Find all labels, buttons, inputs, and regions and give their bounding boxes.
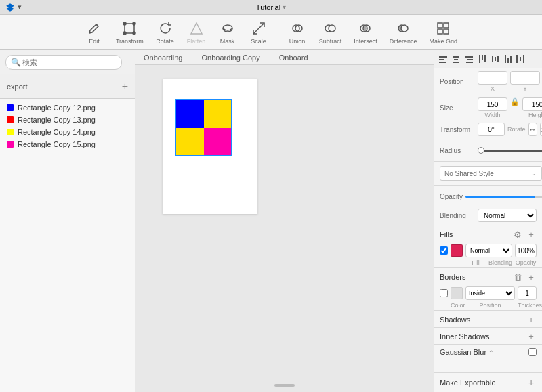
radius-label: Radius [440, 147, 475, 154]
union-label: Union [289, 38, 306, 45]
svg-line-7 [253, 23, 264, 34]
border-enabled-checkbox[interactable] [440, 289, 448, 297]
align-right-button[interactable] [463, 53, 475, 65]
position-y-input[interactable] [510, 71, 540, 85]
borders-trash-button[interactable]: 🗑 [512, 271, 523, 282]
rotate-input[interactable] [478, 123, 505, 136]
gaussian-blur-checkbox[interactable] [528, 348, 537, 356]
blending-sub-label: Blending [488, 259, 512, 266]
toolbar-mask[interactable]: Mask [213, 18, 243, 47]
file-name: Rectangle Copy 12.png [18, 104, 96, 112]
fills-add-button[interactable]: + [526, 229, 537, 240]
position-x-input[interactable] [478, 71, 507, 85]
toolbar-make-grid[interactable]: Make Grid [424, 18, 463, 47]
artboard[interactable] [163, 79, 257, 214]
flip-vertical-button[interactable]: ↕ [540, 123, 542, 136]
file-color-indicator [7, 129, 14, 135]
border-position-label: Position [465, 302, 515, 309]
make-exportable-button[interactable]: + [526, 377, 537, 388]
border-position-select[interactable]: Inside Outside Center [465, 286, 515, 300]
blending-select[interactable]: Normal Multiply Screen Overlay [478, 209, 537, 222]
opacity-slider[interactable] [465, 196, 542, 198]
four-squares-group[interactable] [175, 99, 232, 156]
align-left-button[interactable] [437, 53, 449, 65]
toolbar-rotate[interactable]: Rotate [150, 18, 180, 47]
inner-shadows-section-header: Inner Shadows + [434, 327, 542, 344]
transform-row: Transform Rotate ↔ ↕ Flip [434, 121, 542, 137]
mask-icon [220, 20, 236, 37]
fills-settings-button[interactable]: ⚙ [512, 229, 523, 240]
height-label: Height [528, 112, 542, 118]
border-thickness-label: Thickness [518, 302, 537, 309]
toolbar-edit[interactable]: Edit [79, 18, 109, 47]
shadows-add-button[interactable]: + [526, 314, 537, 325]
search-input[interactable] [5, 55, 122, 70]
rotate-icon [157, 20, 173, 37]
dropbox-button[interactable]: ▾ [5, 3, 22, 12]
subtract-icon [322, 20, 338, 37]
width-input[interactable] [478, 97, 507, 111]
list-item[interactable]: Rectangle Copy 12.png [0, 102, 135, 114]
file-list: Rectangle Copy 12.png Rectangle Copy 13.… [0, 99, 135, 153]
svg-rect-33 [495, 57, 496, 61]
opacity-label: Opacity [440, 193, 463, 200]
flatten-icon [188, 20, 205, 37]
toolbar-flatten[interactable]: Flatten [182, 18, 211, 47]
canvas-tab-onboarding-copy[interactable]: Onboarding Copy [199, 52, 263, 63]
list-item[interactable]: Rectangle Copy 14.png [0, 126, 135, 138]
svg-point-3 [123, 32, 126, 35]
gaussian-blur-label: Gaussian Blur [440, 348, 486, 356]
fill-blending-select[interactable]: Normal [465, 244, 512, 257]
svg-rect-31 [484, 55, 486, 62]
file-color-indicator [7, 116, 14, 123]
toolbar-subtract[interactable]: Subtract [314, 18, 348, 47]
align-center-v-button[interactable] [488, 53, 501, 65]
square-yellow-top [204, 100, 232, 128]
svg-rect-22 [439, 62, 446, 63]
svg-rect-20 [439, 56, 447, 58]
toolbar-union[interactable]: Union [283, 18, 312, 47]
file-color-indicator [7, 141, 14, 148]
distribute-h-button[interactable] [514, 53, 526, 65]
titlebar-title: Tutorial [256, 3, 280, 12]
border-color-swatch[interactable] [451, 287, 463, 299]
union-icon [289, 20, 306, 37]
fill-enabled-checkbox[interactable] [440, 246, 448, 255]
make-exportable-section: Make Exportable + [434, 372, 542, 392]
svg-rect-24 [454, 59, 458, 60]
inner-shadows-add-button[interactable]: + [526, 331, 537, 342]
svg-rect-26 [465, 56, 473, 58]
canvas-tab-onboarding[interactable]: Onboarding [141, 52, 186, 63]
flip-horizontal-button[interactable]: ↔ [528, 123, 537, 136]
list-item[interactable]: Rectangle Copy 13.png [0, 114, 135, 126]
align-center-h-button[interactable] [450, 53, 462, 65]
svg-rect-18 [438, 29, 442, 34]
fill-opacity-input[interactable] [515, 244, 537, 257]
shared-style-row: No Shared Style ⌄ [434, 163, 542, 183]
svg-rect-34 [497, 56, 499, 62]
list-item[interactable]: Rectangle Copy 15.png [0, 138, 135, 150]
svg-rect-16 [438, 23, 442, 28]
svg-rect-36 [507, 58, 509, 63]
radius-slider[interactable] [478, 150, 542, 152]
align-top-button[interactable] [476, 53, 488, 65]
transform-label: Transform [116, 38, 144, 45]
toolbar-scale[interactable]: Scale [244, 18, 274, 47]
toolbar-difference[interactable]: Difference [384, 18, 423, 47]
toolbar-divider [278, 22, 278, 43]
border-thickness-input[interactable] [518, 286, 537, 300]
canvas-content[interactable] [136, 65, 434, 392]
add-export-button[interactable]: + [122, 81, 128, 92]
toolbar-transform[interactable]: Transform [110, 18, 149, 47]
height-input[interactable] [522, 97, 542, 111]
canvas-tab-onboard[interactable]: Onboard [276, 52, 311, 63]
transform-icon [121, 20, 138, 37]
borders-add-button[interactable]: + [526, 271, 537, 282]
fill-color-swatch[interactable] [451, 244, 463, 257]
toolbar-intersect[interactable]: Intersect [348, 18, 383, 47]
size-lock-icon[interactable]: 🔒 [510, 97, 520, 118]
align-bottom-button[interactable] [501, 53, 514, 65]
shadows-section-header: Shadows + [434, 310, 542, 327]
opacity-sub-label: Opacity [515, 259, 537, 266]
shared-style-select[interactable]: No Shared Style [440, 166, 542, 181]
